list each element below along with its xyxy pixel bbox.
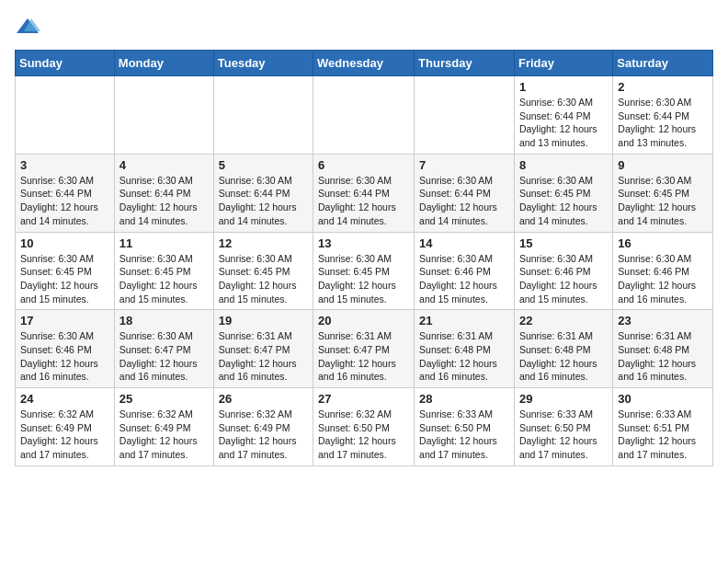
calendar-cell: 27Sunrise: 6:32 AM Sunset: 6:50 PM Dayli…	[313, 388, 415, 466]
day-number: 22	[519, 314, 608, 327]
calendar-cell: 24Sunrise: 6:32 AM Sunset: 6:49 PM Dayli…	[16, 388, 115, 466]
weekday-header-thursday: Thursday	[415, 51, 515, 76]
calendar-cell	[213, 76, 313, 155]
day-info: Sunrise: 6:32 AM Sunset: 6:49 PM Dayligh…	[119, 408, 209, 462]
day-info: Sunrise: 6:30 AM Sunset: 6:44 PM Dayligh…	[219, 174, 308, 228]
day-info: Sunrise: 6:32 AM Sunset: 6:49 PM Dayligh…	[20, 408, 109, 462]
day-info: Sunrise: 6:30 AM Sunset: 6:44 PM Dayligh…	[318, 174, 409, 228]
day-info: Sunrise: 6:30 AM Sunset: 6:45 PM Dayligh…	[519, 174, 608, 228]
day-info: Sunrise: 6:31 AM Sunset: 6:48 PM Dayligh…	[618, 329, 708, 384]
day-number: 1	[519, 80, 608, 94]
day-number: 16	[618, 236, 708, 250]
calendar-cell: 8Sunrise: 6:30 AM Sunset: 6:45 PM Daylig…	[514, 154, 612, 232]
calendar-cell: 22Sunrise: 6:31 AM Sunset: 6:48 PM Dayli…	[514, 310, 612, 388]
calendar-cell: 17Sunrise: 6:30 AM Sunset: 6:46 PM Dayli…	[16, 310, 115, 388]
day-number: 18	[119, 314, 209, 327]
calendar-cell: 16Sunrise: 6:30 AM Sunset: 6:46 PM Dayli…	[613, 232, 713, 310]
calendar-cell: 5Sunrise: 6:30 AM Sunset: 6:44 PM Daylig…	[213, 154, 313, 232]
day-info: Sunrise: 6:31 AM Sunset: 6:48 PM Dayligh…	[519, 329, 608, 384]
calendar-cell: 25Sunrise: 6:32 AM Sunset: 6:49 PM Dayli…	[114, 388, 213, 466]
calendar-cell	[114, 76, 213, 155]
calendar-cell: 14Sunrise: 6:30 AM Sunset: 6:46 PM Dayli…	[415, 232, 515, 310]
calendar-week-1: 1Sunrise: 6:30 AM Sunset: 6:44 PM Daylig…	[16, 76, 713, 155]
calendar-week-5: 24Sunrise: 6:32 AM Sunset: 6:49 PM Dayli…	[16, 388, 713, 466]
calendar-week-4: 17Sunrise: 6:30 AM Sunset: 6:46 PM Dayli…	[16, 310, 713, 388]
day-info: Sunrise: 6:30 AM Sunset: 6:46 PM Dayligh…	[519, 252, 608, 306]
day-info: Sunrise: 6:32 AM Sunset: 6:50 PM Dayligh…	[318, 408, 409, 462]
calendar-cell: 10Sunrise: 6:30 AM Sunset: 6:45 PM Dayli…	[16, 232, 115, 310]
weekday-header-wednesday: Wednesday	[313, 51, 415, 76]
day-number: 29	[519, 392, 608, 406]
day-number: 19	[219, 314, 308, 327]
day-info: Sunrise: 6:30 AM Sunset: 6:46 PM Dayligh…	[618, 252, 708, 306]
day-number: 28	[419, 392, 509, 406]
logo	[15, 15, 44, 40]
day-info: Sunrise: 6:31 AM Sunset: 6:48 PM Dayligh…	[419, 329, 509, 384]
day-info: Sunrise: 6:30 AM Sunset: 6:46 PM Dayligh…	[20, 329, 109, 384]
day-info: Sunrise: 6:30 AM Sunset: 6:45 PM Dayligh…	[119, 252, 209, 306]
day-number: 25	[119, 392, 209, 406]
day-number: 10	[20, 236, 109, 250]
calendar-cell: 23Sunrise: 6:31 AM Sunset: 6:48 PM Dayli…	[613, 310, 713, 388]
calendar-cell: 9Sunrise: 6:30 AM Sunset: 6:45 PM Daylig…	[613, 154, 713, 232]
weekday-header-tuesday: Tuesday	[213, 51, 313, 76]
day-number: 2	[618, 80, 708, 94]
calendar-cell: 2Sunrise: 6:30 AM Sunset: 6:44 PM Daylig…	[613, 76, 713, 155]
day-number: 24	[20, 392, 109, 406]
day-number: 26	[219, 392, 308, 406]
day-number: 4	[119, 158, 209, 172]
calendar-cell: 30Sunrise: 6:33 AM Sunset: 6:51 PM Dayli…	[613, 388, 713, 466]
day-number: 17	[20, 314, 109, 327]
calendar-cell: 11Sunrise: 6:30 AM Sunset: 6:45 PM Dayli…	[114, 232, 213, 310]
day-number: 7	[419, 158, 509, 172]
calendar-cell: 29Sunrise: 6:33 AM Sunset: 6:50 PM Dayli…	[514, 388, 612, 466]
calendar-week-2: 3Sunrise: 6:30 AM Sunset: 6:44 PM Daylig…	[16, 154, 713, 232]
day-info: Sunrise: 6:30 AM Sunset: 6:44 PM Dayligh…	[519, 96, 608, 150]
calendar-cell: 28Sunrise: 6:33 AM Sunset: 6:50 PM Dayli…	[415, 388, 515, 466]
day-info: Sunrise: 6:30 AM Sunset: 6:44 PM Dayligh…	[119, 174, 209, 228]
page: SundayMondayTuesdayWednesdayThursdayFrid…	[0, 0, 728, 563]
day-info: Sunrise: 6:30 AM Sunset: 6:45 PM Dayligh…	[318, 252, 409, 306]
calendar-table: SundayMondayTuesdayWednesdayThursdayFrid…	[15, 50, 713, 466]
day-info: Sunrise: 6:30 AM Sunset: 6:44 PM Dayligh…	[419, 174, 509, 228]
calendar-cell: 18Sunrise: 6:30 AM Sunset: 6:47 PM Dayli…	[114, 310, 213, 388]
weekday-header-friday: Friday	[514, 51, 612, 76]
day-info: Sunrise: 6:33 AM Sunset: 6:51 PM Dayligh…	[618, 408, 708, 462]
calendar-cell: 26Sunrise: 6:32 AM Sunset: 6:49 PM Dayli…	[213, 388, 313, 466]
calendar-cell: 4Sunrise: 6:30 AM Sunset: 6:44 PM Daylig…	[114, 154, 213, 232]
weekday-header-sunday: Sunday	[16, 51, 115, 76]
day-number: 21	[419, 314, 509, 327]
calendar-cell: 6Sunrise: 6:30 AM Sunset: 6:44 PM Daylig…	[313, 154, 415, 232]
day-number: 13	[318, 236, 409, 250]
calendar-cell: 7Sunrise: 6:30 AM Sunset: 6:44 PM Daylig…	[415, 154, 515, 232]
day-info: Sunrise: 6:30 AM Sunset: 6:44 PM Dayligh…	[618, 96, 708, 150]
day-number: 3	[20, 158, 109, 172]
day-info: Sunrise: 6:31 AM Sunset: 6:47 PM Dayligh…	[318, 329, 409, 384]
calendar-cell: 12Sunrise: 6:30 AM Sunset: 6:45 PM Dayli…	[213, 232, 313, 310]
calendar-cell	[16, 76, 115, 155]
weekday-header-monday: Monday	[114, 51, 213, 76]
day-number: 15	[519, 236, 608, 250]
day-number: 14	[419, 236, 509, 250]
day-info: Sunrise: 6:30 AM Sunset: 6:45 PM Dayligh…	[618, 174, 708, 228]
calendar-cell: 1Sunrise: 6:30 AM Sunset: 6:44 PM Daylig…	[514, 76, 612, 155]
calendar-week-3: 10Sunrise: 6:30 AM Sunset: 6:45 PM Dayli…	[16, 232, 713, 310]
day-info: Sunrise: 6:33 AM Sunset: 6:50 PM Dayligh…	[419, 408, 509, 462]
day-number: 12	[219, 236, 308, 250]
header	[15, 15, 713, 40]
day-number: 8	[519, 158, 608, 172]
day-number: 9	[618, 158, 708, 172]
calendar-cell: 19Sunrise: 6:31 AM Sunset: 6:47 PM Dayli…	[213, 310, 313, 388]
day-info: Sunrise: 6:30 AM Sunset: 6:46 PM Dayligh…	[419, 252, 509, 306]
day-info: Sunrise: 6:31 AM Sunset: 6:47 PM Dayligh…	[219, 329, 308, 384]
calendar-cell	[313, 76, 415, 155]
day-number: 11	[119, 236, 209, 250]
day-info: Sunrise: 6:30 AM Sunset: 6:47 PM Dayligh…	[119, 329, 209, 384]
day-info: Sunrise: 6:33 AM Sunset: 6:50 PM Dayligh…	[519, 408, 608, 462]
day-number: 5	[219, 158, 308, 172]
calendar-cell: 15Sunrise: 6:30 AM Sunset: 6:46 PM Dayli…	[514, 232, 612, 310]
day-number: 23	[618, 314, 708, 327]
day-info: Sunrise: 6:30 AM Sunset: 6:44 PM Dayligh…	[20, 174, 109, 228]
calendar-cell: 21Sunrise: 6:31 AM Sunset: 6:48 PM Dayli…	[415, 310, 515, 388]
calendar-cell: 13Sunrise: 6:30 AM Sunset: 6:45 PM Dayli…	[313, 232, 415, 310]
